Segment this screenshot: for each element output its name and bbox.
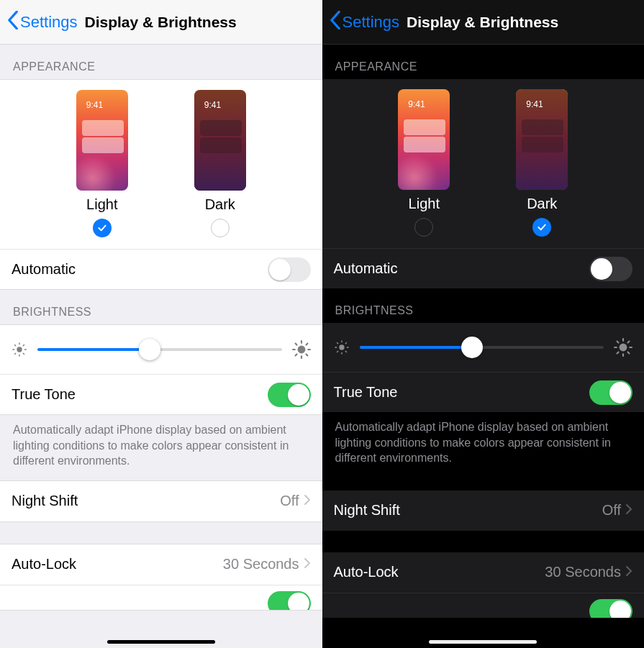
night-shift-label: Night Shift [12, 493, 78, 509]
true-tone-switch[interactable] [589, 380, 632, 405]
brightness-header: BRIGHTNESS [322, 288, 645, 323]
chevron-left-icon [7, 11, 19, 34]
chevron-right-icon [304, 556, 311, 572]
svg-point-18 [339, 344, 344, 350]
night-shift-group: Night Shift Off [0, 480, 322, 522]
svg-point-0 [17, 347, 22, 352]
extra-cell[interactable] [322, 593, 645, 618]
appearance-option-dark[interactable]: 9:41 Dark [194, 90, 246, 237]
sun-dim-icon [12, 342, 27, 357]
true-tone-cell: True Tone [0, 374, 322, 414]
night-shift-cell[interactable]: Night Shift Off [0, 481, 322, 521]
appearance-option-light[interactable]: 9:41 Light [76, 90, 128, 237]
thumbnail-clock: 9:41 [408, 99, 425, 109]
thumbnail-clock: 9:41 [526, 99, 543, 109]
svg-line-16 [295, 355, 296, 356]
page-title: Display & Brightness [85, 14, 237, 31]
navbar: Settings Display & Brightness [0, 0, 322, 45]
extra-cell[interactable] [0, 585, 322, 610]
svg-line-8 [23, 344, 24, 345]
auto-lock-cell[interactable]: Auto-Lock 30 Seconds [322, 552, 645, 593]
svg-point-27 [620, 344, 627, 352]
svg-line-33 [628, 352, 630, 354]
automatic-cell: Automatic [322, 248, 645, 288]
brightness-slider[interactable] [360, 336, 604, 359]
appearance-header: APPEARANCE [322, 45, 645, 79]
brightness-slider-row [322, 323, 645, 372]
svg-line-23 [337, 342, 337, 343]
true-tone-description: Automatically adapt iPhone display based… [0, 415, 322, 480]
night-shift-label: Night Shift [334, 502, 400, 519]
radio-selected-icon [532, 218, 551, 237]
auto-lock-value: 30 Seconds [545, 564, 621, 580]
chevron-right-icon [304, 493, 311, 509]
brightness-slider-row [0, 325, 322, 374]
chevron-right-icon [625, 502, 632, 519]
appearance-option-light[interactable]: 9:41 Light [398, 89, 450, 237]
appearance-thumbnail-dark: 9:41 [194, 90, 246, 191]
appearance-thumbnail-light: 9:41 [398, 89, 450, 190]
brightness-group: True Tone [0, 324, 322, 415]
brightness-group: True Tone [322, 323, 645, 412]
back-label: Settings [343, 13, 400, 32]
appearance-option-label: Dark [205, 196, 235, 213]
appearance-options: 9:41 Light 9:41 Dark [322, 79, 645, 248]
extra-switch[interactable] [268, 591, 311, 610]
extra-switch[interactable] [589, 599, 632, 618]
true-tone-switch[interactable] [268, 383, 311, 407]
true-tone-label: True Tone [12, 386, 76, 403]
true-tone-cell: True Tone [322, 372, 645, 412]
auto-lock-group: Auto-Lock 30 Seconds [322, 552, 645, 618]
svg-line-32 [617, 342, 619, 343]
night-shift-value: Off [602, 502, 621, 519]
radio-selected-icon [93, 219, 112, 237]
appearance-option-label: Light [86, 196, 117, 213]
chevron-right-icon [625, 564, 632, 580]
night-shift-value: Off [280, 493, 299, 509]
appearance-header: APPEARANCE [0, 45, 322, 79]
radio-unselected-icon [414, 218, 433, 237]
appearance-thumbnail-light: 9:41 [76, 90, 128, 191]
svg-line-15 [306, 355, 307, 356]
svg-line-35 [628, 342, 630, 343]
appearance-option-label: Dark [527, 196, 557, 212]
svg-point-9 [297, 346, 305, 354]
true-tone-description: Automatically adapt iPhone display based… [322, 412, 645, 478]
appearance-thumbnail-dark: 9:41 [516, 89, 568, 190]
radio-unselected-icon [211, 219, 230, 237]
appearance-option-label: Light [409, 196, 440, 212]
auto-lock-cell[interactable]: Auto-Lock 30 Seconds [0, 544, 322, 585]
appearance-options: 9:41 Light 9:41 Dark [0, 80, 322, 249]
automatic-switch[interactable] [268, 257, 311, 282]
night-shift-group: Night Shift Off [322, 490, 645, 531]
svg-line-7 [14, 353, 15, 354]
true-tone-label: True Tone [334, 384, 398, 401]
display-brightness-pane-dark: Settings Display & Brightness APPEARANCE… [322, 0, 645, 648]
thumbnail-clock: 9:41 [86, 100, 103, 110]
auto-lock-value: 30 Seconds [223, 556, 299, 572]
appearance-group: 9:41 Light 9:41 Dark Automatic [322, 79, 645, 288]
brightness-slider[interactable] [37, 338, 282, 361]
night-shift-cell[interactable]: Night Shift Off [322, 490, 645, 531]
page-title: Display & Brightness [407, 14, 558, 31]
sun-dim-icon [334, 339, 350, 355]
svg-line-5 [14, 344, 15, 345]
back-label: Settings [20, 13, 78, 32]
thumbnail-clock: 9:41 [204, 100, 221, 110]
navbar: Settings Display & Brightness [322, 0, 645, 45]
automatic-switch[interactable] [589, 257, 632, 281]
back-button[interactable]: Settings [7, 11, 78, 34]
automatic-cell: Automatic [0, 249, 322, 289]
svg-line-6 [23, 353, 24, 354]
sun-bright-icon [292, 340, 311, 359]
auto-lock-label: Auto-Lock [12, 556, 76, 572]
display-brightness-pane-light: Settings Display & Brightness APPEARANCE… [0, 0, 322, 648]
sun-bright-icon [614, 338, 632, 357]
back-button[interactable]: Settings [330, 11, 400, 34]
home-indicator [429, 640, 537, 644]
appearance-option-dark[interactable]: 9:41 Dark [516, 89, 568, 237]
svg-line-24 [345, 351, 346, 352]
automatic-label: Automatic [334, 260, 398, 277]
svg-line-17 [306, 344, 307, 345]
brightness-header: BRIGHTNESS [0, 290, 322, 324]
